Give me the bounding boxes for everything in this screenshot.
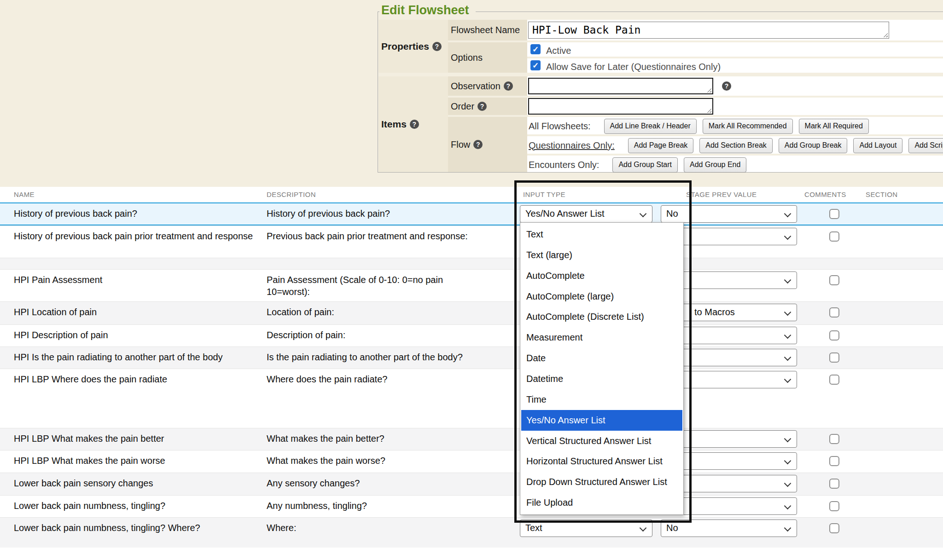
comments-checkbox[interactable] [829,456,839,466]
input-type-select[interactable]: Yes/No Answer List [520,205,652,223]
item-name: History of previous back pain prior trea… [14,230,253,242]
flow-label: Flow [451,139,470,150]
allow-save-checkbox-label: Allow Save for Later (Questionnaires Onl… [546,62,721,72]
comments-checkbox[interactable] [829,434,839,444]
flow-group: Questionnaires Only:Add Page BreakAdd Se… [529,137,943,154]
item-description: Location of pain: [267,306,485,318]
page-title: Edit Flowsheet [379,1,476,19]
table-row[interactable]: HPI LBP What makes the pain betterWhat m… [0,428,943,450]
column-header-stage-prev: STAGE PREV VALUE [686,187,757,202]
column-header-comments: COMMENTS [804,187,846,202]
active-checkbox[interactable]: ✓ [530,44,541,54]
add-line-break-header-button[interactable]: Add Line Break / Header [604,119,697,134]
mark-all-required-button[interactable]: Mark All Required [799,119,869,134]
dropdown-option[interactable]: AutoComplete (large) [520,286,683,307]
column-header-name: NAME [14,187,35,202]
flowsheet-items-table: History of previous back pain?History of… [0,202,943,548]
resize-grip-icon[interactable] [706,87,711,92]
add-group-break-button[interactable]: Add Group Break [779,138,848,153]
resize-grip-icon[interactable] [882,32,888,37]
item-name: HPI Location of pain [14,306,253,318]
table-row[interactable]: Lower back pain numbness, tingling?Any n… [0,495,943,517]
add-page-break-button[interactable]: Add Page Break [628,138,694,153]
stage-prev-value-select[interactable]: No [661,520,797,537]
allow-save-checkbox[interactable]: ✓ [530,60,541,70]
input-type-select-value: Yes/No Answer List [525,208,605,219]
stage-prev-value-select[interactable]: No [661,205,797,223]
help-icon[interactable]: ? [477,102,487,111]
comments-checkbox[interactable] [829,352,839,363]
help-icon[interactable]: ? [432,42,442,51]
table-row[interactable]: Lower back pain numbness, tingling? Wher… [0,517,943,548]
dropdown-option[interactable]: Datetime [520,369,683,389]
options-label: Options [451,52,483,63]
comments-checkbox[interactable] [829,275,839,285]
add-group-end-button[interactable]: Add Group End [684,157,746,173]
table-row[interactable]: HPI Location of painLocation of pain:to … [0,301,943,324]
flowsheet-name-input[interactable]: HPI-Low Back Pain [528,22,889,39]
help-icon[interactable]: ? [722,81,731,91]
comments-checkbox[interactable] [829,479,839,489]
table-row[interactable]: HPI LBP Where does the pain radiateWhere… [0,369,943,428]
dropdown-option[interactable]: Text (large) [520,245,683,266]
dropdown-option[interactable]: Horizontal Structured Answer List [520,451,683,472]
add-layout-button[interactable]: Add Layout [853,138,902,153]
edit-flowsheet-screen: Edit Flowsheet Properties ? Items ? Flow… [0,0,943,560]
dropdown-option[interactable]: Date [520,348,683,369]
observation-label: Observation [451,81,501,92]
dropdown-option[interactable]: Measurement [520,327,683,348]
table-row[interactable]: HPI Description of painDescription of pa… [0,324,943,346]
resize-grip-icon[interactable] [706,107,711,113]
table-row[interactable]: HPI LBP What makes the pain worseWhat ma… [0,450,943,473]
item-description: Is the pain radiating to another part of… [267,351,485,363]
table-row[interactable]: HPI Pain AssessmentPain Assessment (Scal… [0,269,943,301]
dropdown-option[interactable]: AutoComplete (Discrete List) [520,306,683,327]
table-row[interactable]: History of previous back pain?History of… [0,202,943,225]
dropdown-option[interactable]: File Upload [520,492,683,513]
comments-checkbox[interactable] [829,231,839,242]
mark-all-recommended-button[interactable]: Mark All Recommended [703,119,793,134]
item-description: History of previous back pain? [267,208,485,219]
table-row[interactable]: History of previous back pain prior trea… [0,225,943,258]
chevron-down-icon [784,457,792,465]
comments-checkbox[interactable] [829,375,839,385]
dropdown-option[interactable]: Drop Down Structured Answer List [520,472,683,492]
flow-group: Encounters Only:Add Group StartAdd Group… [529,156,746,173]
dropdown-option-selected[interactable]: Yes/No Answer List [521,410,682,431]
flowsheet-name-label: Flowsheet Name [451,25,520,35]
comments-checkbox[interactable] [829,523,839,533]
input-type-dropdown[interactable]: TextText (large)AutoCompleteAutoComplete… [520,222,684,515]
dropdown-option[interactable]: Vertical Structured Answer List [520,431,683,451]
chevron-down-icon [640,210,647,218]
dropdown-option[interactable]: Time [520,389,683,410]
order-input[interactable] [528,98,713,115]
input-type-select[interactable]: Text [520,520,652,537]
help-icon[interactable]: ? [504,81,513,91]
items-label: Items [381,119,407,130]
dropdown-option[interactable]: AutoComplete [520,266,683,286]
order-label: Order [451,101,474,112]
dropdown-option[interactable]: Text [520,224,683,245]
help-icon[interactable]: ? [473,140,483,149]
chevron-down-icon [784,480,792,487]
add-section-break-button[interactable]: Add Section Break [699,138,773,153]
help-icon[interactable]: ? [410,120,419,129]
comments-checkbox[interactable] [829,501,839,511]
comments-checkbox[interactable] [829,209,839,219]
flow-group-label: Encounters Only: [529,160,599,170]
add-scriptlet-button[interactable]: Add Scriptlet [908,138,943,153]
items-cell: Items ? [378,76,448,172]
item-description: Description of pain: [267,329,485,341]
item-name: HPI LBP Where does the pain radiate [14,373,253,385]
comments-checkbox[interactable] [829,330,839,341]
add-group-start-button[interactable]: Add Group Start [612,157,678,173]
item-description: Previous back pain prior treatment and r… [267,230,485,242]
item-description: Pain Assessment (Scale of 0-10: 0=no pai… [267,274,485,298]
table-row[interactable]: Lower back pain sensory changesAny senso… [0,473,943,495]
flow-group-label: All Flowsheets: [529,121,591,132]
comments-checkbox[interactable] [829,307,839,318]
table-row[interactable]: HPI Is the pain radiating to another par… [0,346,943,369]
chevron-down-icon [784,233,792,240]
observation-input[interactable] [528,78,713,94]
item-name: Lower back pain sensory changes [14,477,253,489]
